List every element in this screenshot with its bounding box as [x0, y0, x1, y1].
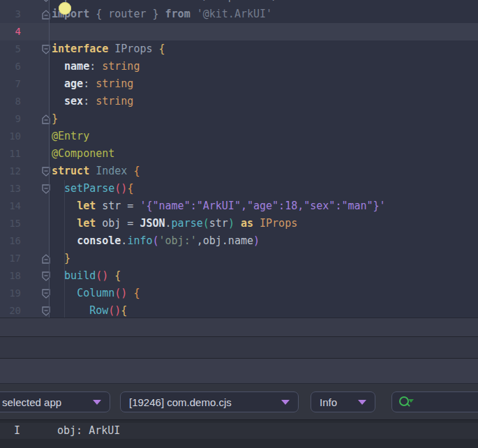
log-level-value: Info [320, 396, 337, 408]
fold-down-icon[interactable] [21, 285, 52, 302]
log-toolbar: selected app [19246] com.demo.cjs Info [0, 384, 478, 419]
code-text: } [52, 110, 58, 128]
process-selector-dropdown[interactable]: [19246] com.demo.cjs [120, 391, 299, 412]
log-search-box[interactable] [391, 391, 478, 412]
line-number[interactable]: 17 [0, 250, 21, 267]
code-editor[interactable]: 2import NewsItem from '../components/New… [0, 0, 478, 318]
log-message: obj: ArkUI [57, 423, 120, 439]
fold-spacer [21, 232, 52, 250]
code-text: setParse(){ [52, 180, 133, 197]
fold-spacer [21, 215, 52, 232]
code-text: interface IProps { [52, 40, 165, 58]
line-number[interactable]: 15 [0, 215, 21, 232]
chevron-down-icon [281, 400, 290, 405]
line-number[interactable]: 5 [0, 40, 21, 58]
code-text: Column() { [52, 285, 140, 302]
code-line-7[interactable]: 7 age: string [0, 75, 478, 93]
fold-down-icon[interactable] [21, 302, 52, 318]
search-options-arrow-icon [408, 399, 414, 403]
line-number[interactable]: 12 [0, 163, 21, 180]
line-number[interactable]: 11 [0, 145, 21, 163]
log-entry-row: I obj: ArkUI [0, 423, 478, 439]
line-number[interactable]: 20 [0, 302, 21, 318]
fold-spacer [21, 23, 52, 40]
code-text: struct Index { [52, 163, 140, 180]
code-line-8[interactable]: 8 sex: string [0, 93, 478, 110]
fold-spacer [21, 145, 52, 163]
editor-bottom-strip [0, 318, 478, 336]
log-level-badge: I [14, 423, 20, 439]
fold-up-icon[interactable] [21, 110, 52, 128]
fold-spacer [21, 128, 52, 145]
line-number[interactable]: 16 [0, 232, 21, 250]
line-number[interactable]: 3 [0, 6, 21, 23]
code-line-16[interactable]: 16 console.info('obj:',obj.name) [0, 232, 478, 250]
code-text: import NewsItem from '../components/News… [52, 0, 335, 6]
code-line-10[interactable]: 10@Entry [0, 128, 478, 145]
code-line-9[interactable]: 9} [0, 110, 478, 128]
log-search-input[interactable] [412, 396, 478, 408]
fold-up-icon[interactable] [21, 6, 52, 23]
code-line-17[interactable]: 17 } [0, 250, 478, 267]
code-line-12[interactable]: 12struct Index { [0, 163, 478, 180]
code-text: Row(){ [52, 302, 127, 318]
code-line-19[interactable]: 19 Column() { [0, 285, 478, 302]
fold-spacer [21, 93, 52, 110]
code-line-5[interactable]: 5interface IProps { [0, 40, 478, 58]
code-text: build() { [52, 267, 121, 285]
code-text: } [52, 250, 70, 267]
code-line-14[interactable]: 14 let str = '{"name":"ArkUI","age":18,"… [0, 197, 478, 215]
code-line-3[interactable]: 3import { router } from '@kit.ArkUI' [0, 6, 478, 23]
code-line-20[interactable]: 20 Row(){ [0, 302, 478, 318]
line-number[interactable]: 2 [0, 0, 21, 6]
app-selector-dropdown[interactable]: selected app [0, 391, 110, 412]
fold-up-icon[interactable] [21, 250, 52, 267]
line-number[interactable]: 7 [0, 75, 21, 93]
line-number[interactable]: 14 [0, 197, 21, 215]
fold-down-icon[interactable] [21, 0, 52, 6]
code-line-13[interactable]: 13 setParse(){ [0, 180, 478, 197]
ide-window: 2import NewsItem from '../components/New… [0, 0, 478, 448]
code-text: let str = '{"name":"ArkUI","age":18,"sex… [52, 197, 386, 215]
code-text: age: string [52, 75, 133, 93]
fold-spacer [21, 58, 52, 75]
touch-pointer-icon [59, 2, 71, 15]
chevron-down-icon [93, 400, 101, 405]
line-number[interactable]: 19 [0, 285, 21, 302]
code-text: import { router } from '@kit.ArkUI' [52, 6, 272, 23]
code-line-4[interactable]: 4 [0, 23, 478, 40]
line-number[interactable]: 4 [0, 23, 21, 40]
fold-range-line [49, 0, 50, 318]
line-number[interactable]: 9 [0, 110, 21, 128]
code-text: @Entry [52, 128, 89, 145]
log-output-panel: I obj: ArkUI [0, 420, 478, 448]
line-number[interactable]: 6 [0, 58, 21, 75]
code-text: let obj = JSON.parse(str) as IProps [52, 215, 297, 232]
fold-spacer [21, 75, 52, 93]
code-line-18[interactable]: 18 build() { [0, 267, 478, 285]
fold-spacer [21, 197, 52, 215]
fold-down-icon[interactable] [21, 40, 52, 58]
code-line-15[interactable]: 15 let obj = JSON.parse(str) as IProps [0, 215, 478, 232]
fold-down-icon[interactable] [21, 180, 52, 197]
log-level-dropdown[interactable]: Info [311, 391, 375, 412]
chevron-down-icon [358, 400, 366, 405]
line-number[interactable]: 10 [0, 128, 21, 145]
code-text: sex: string [52, 93, 133, 110]
panel-band [0, 337, 478, 358]
line-number[interactable]: 8 [0, 93, 21, 110]
code-text: @Component [52, 145, 114, 163]
fold-down-icon[interactable] [21, 267, 52, 285]
code-line-6[interactable]: 6 name: string [0, 58, 478, 75]
panel-band [0, 359, 478, 383]
app-selector-value: selected app [2, 396, 61, 408]
line-number[interactable]: 18 [0, 267, 21, 285]
search-icon[interactable] [398, 395, 412, 409]
code-line-11[interactable]: 11@Component [0, 145, 478, 163]
line-number[interactable]: 13 [0, 180, 21, 197]
code-line-2[interactable]: 2import NewsItem from '../components/New… [0, 0, 478, 6]
code-text: name: string [52, 58, 140, 75]
process-selector-value: [19246] com.demo.cjs [129, 396, 232, 408]
code-text: console.info('obj:',obj.name) [52, 232, 260, 250]
fold-down-icon[interactable] [21, 163, 52, 180]
